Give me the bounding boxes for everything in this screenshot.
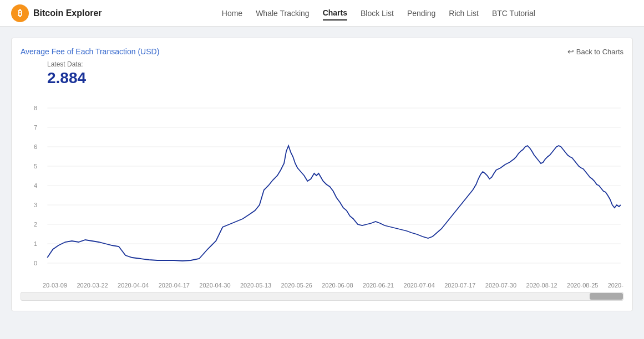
x-label-8: 2020-06-21 — [363, 282, 394, 289]
nav-whale-tracking[interactable]: Whale Tracking — [256, 7, 309, 20]
x-label-10: 2020-07-17 — [444, 282, 475, 289]
x-label-13: 2020-08-25 — [567, 282, 598, 289]
logo-icon: ₿ — [11, 4, 29, 22]
x-label-0: 20-03-09 — [43, 282, 67, 289]
x-label-5: 2020-05-13 — [240, 282, 271, 289]
nav-home[interactable]: Home — [222, 7, 242, 20]
back-to-charts-button[interactable]: ↩ Back to Charts — [567, 47, 623, 56]
x-label-4: 2020-04-30 — [199, 282, 230, 289]
x-label-9: 2020-07-04 — [404, 282, 435, 289]
chart-card: Average Fee of Each Transaction (USD) ↩ … — [11, 38, 633, 311]
chart-scrollbar[interactable] — [21, 292, 623, 301]
svg-text:2: 2 — [34, 221, 37, 228]
main-nav: Home Whale Tracking Charts Block List Pe… — [124, 6, 633, 20]
nav-rich-list[interactable]: Rich List — [449, 7, 479, 20]
app-title: Bitcoin Explorer — [33, 8, 102, 18]
svg-text:4: 4 — [34, 182, 37, 189]
svg-text:8: 8 — [34, 105, 37, 111]
nav-block-list[interactable]: Block List — [361, 7, 394, 20]
chart-header: Average Fee of Each Transaction (USD) ↩ … — [21, 47, 623, 56]
x-label-7: 2020-06-08 — [322, 282, 353, 289]
x-label-6: 2020-05-26 — [281, 282, 312, 289]
back-icon: ↩ — [567, 47, 574, 56]
svg-text:0: 0 — [34, 260, 37, 266]
x-axis-labels: 20-03-09 2020-03-22 2020-04-04 2020-04-1… — [21, 280, 623, 289]
x-label-11: 2020-07-30 — [485, 282, 516, 289]
svg-text:1: 1 — [34, 240, 37, 247]
chart-title: Average Fee of Each Transaction (USD) — [21, 47, 159, 56]
svg-text:6: 6 — [34, 143, 37, 150]
app-logo[interactable]: ₿ Bitcoin Explorer — [11, 4, 102, 22]
x-label-12: 2020-08-12 — [526, 282, 557, 289]
scrollbar-thumb[interactable] — [590, 293, 623, 300]
svg-text:3: 3 — [34, 202, 37, 208]
x-label-3: 2020-04-17 — [159, 282, 190, 289]
line-chart-svg: 0 1 2 3 4 5 6 7 8 — [21, 91, 623, 280]
latest-data-value: 2.884 — [47, 69, 623, 87]
nav-charts[interactable]: Charts — [323, 6, 347, 20]
nav-btc-tutorial[interactable]: BTC Tutorial — [492, 7, 535, 20]
svg-text:5: 5 — [34, 163, 37, 170]
main-content: Average Fee of Each Transaction (USD) ↩ … — [0, 27, 644, 322]
svg-text:7: 7 — [34, 124, 37, 131]
chart-area: 0 1 2 3 4 5 6 7 8 20-03-09 2020-03-22 20… — [21, 91, 623, 302]
x-label-2: 2020-04-04 — [118, 282, 149, 289]
nav-pending[interactable]: Pending — [407, 7, 435, 20]
x-label-14: 2020- — [608, 282, 623, 289]
x-label-1: 2020-03-22 — [77, 282, 108, 289]
latest-data-label: Latest Data: — [47, 60, 623, 68]
